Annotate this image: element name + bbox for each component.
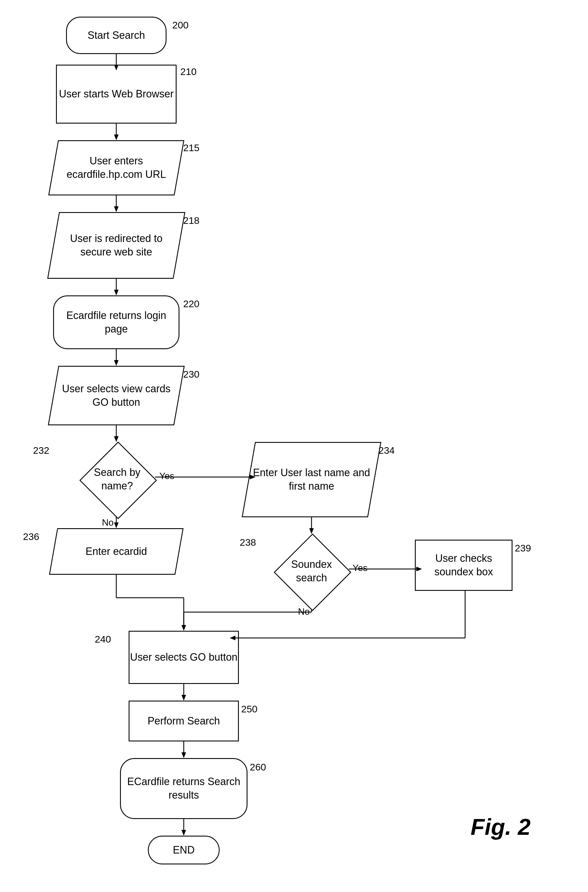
svg-marker-11: [114, 436, 118, 442]
label-250: 250: [241, 704, 258, 715]
label-240: 240: [95, 634, 111, 645]
node-236: Enter ecardid: [49, 528, 184, 575]
label-236: 236: [23, 531, 39, 542]
svg-marker-19: [114, 522, 118, 528]
label-230: 230: [183, 369, 200, 380]
flowchart-diagram: Start Search 200 User starts Web Browser…: [0, 0, 588, 892]
node-250: Perform Search: [129, 701, 239, 742]
node-232: Search by name?: [80, 442, 154, 517]
node-210: User starts Web Browser: [56, 65, 177, 123]
node-260: ECardfile returns Search results: [120, 758, 248, 819]
node-240: User selects GO button: [129, 631, 239, 684]
svg-marker-3: [114, 134, 118, 140]
node-215: User enters ecardfile.hp.com URL: [48, 140, 184, 196]
svg-marker-26: [182, 625, 186, 631]
yes-label-238: Yes: [352, 563, 368, 573]
start-node: Start Search: [66, 17, 166, 54]
svg-marker-33: [182, 752, 186, 758]
svg-marker-35: [182, 830, 186, 836]
svg-marker-31: [182, 695, 186, 701]
no-label-232: No: [102, 517, 114, 528]
svg-marker-9: [114, 360, 118, 366]
label-232: 232: [33, 445, 50, 456]
node-230: User selects view cards GO button: [48, 366, 184, 425]
svg-marker-15: [309, 528, 314, 534]
node-234: Enter User last name and first name: [242, 442, 381, 517]
label-234: 234: [378, 445, 395, 456]
yes-label-232: Yes: [159, 471, 174, 481]
svg-marker-7: [114, 290, 118, 295]
label-239: 239: [515, 543, 531, 554]
svg-marker-5: [114, 206, 118, 212]
end-node: END: [148, 836, 220, 864]
node-239: User checks soundex box: [415, 540, 513, 591]
label-200: 200: [172, 20, 189, 31]
label-210: 210: [180, 66, 196, 77]
label-238: 238: [240, 537, 256, 548]
label-220: 220: [183, 298, 200, 310]
label-218: 218: [183, 215, 200, 226]
node-238: Soundex search: [274, 534, 349, 609]
node-220: Ecardfile returns login page: [53, 295, 180, 349]
figure-label: Fig. 2: [471, 814, 531, 840]
label-215: 215: [183, 142, 200, 153]
label-260: 260: [250, 761, 266, 773]
node-218: User is redirected to secure web site: [47, 212, 186, 279]
no-label-238: No: [298, 606, 310, 617]
